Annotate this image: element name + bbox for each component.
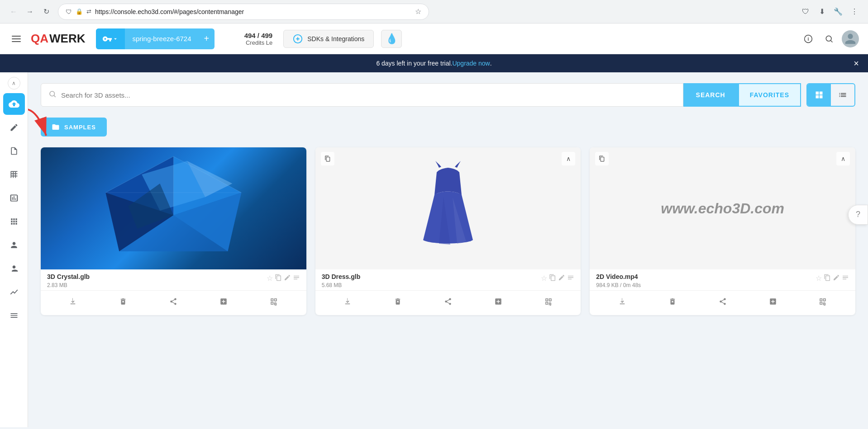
add-project-button[interactable]: + [199,33,215,44]
svg-point-3 [826,36,831,41]
download-btn-video[interactable] [615,294,630,309]
trial-banner-close-button[interactable]: × [854,58,859,69]
person-icon [10,264,19,273]
back-button[interactable]: ← [7,5,20,18]
svg-point-20 [434,193,462,197]
sidebar-item-apps[interactable] [3,211,25,232]
dress-collapse-btn[interactable]: ∧ [562,152,575,165]
asset-name-dress: 3D Dress.glb [322,273,361,280]
download-icon[interactable]: ⬇ [816,5,828,18]
sidebar-collapse-button[interactable]: ∧ [8,77,20,90]
water-drop-button[interactable]: 💧 [381,30,402,48]
asset-actions-dress [315,290,581,315]
sidebar-item-user-profile[interactable] [3,234,25,256]
sdk-integrations-button[interactable]: SDKs & Integrations [283,30,374,48]
project-name-button[interactable]: spring-breeze-6724 [125,35,198,42]
project-selector: spring-breeze-6724 + [96,28,215,49]
qr-btn-dress[interactable] [541,294,556,309]
reload-button[interactable]: ↻ [40,5,52,18]
svg-text:i: i [807,36,809,42]
star-btn-video[interactable]: ☆ [816,274,822,283]
profile-extension-icon[interactable]: 🛡 [799,5,812,18]
extensions-icon[interactable]: 🔧 [832,5,844,18]
forward-button[interactable]: → [24,5,36,18]
sidebar-item-analytics[interactable] [3,281,25,303]
sdk-label-text: SDKs & Integrations [307,35,364,42]
copy-btn-video[interactable] [824,274,831,283]
share-btn-crystal[interactable] [166,294,181,309]
sidebar-item-person[interactable] [3,258,25,279]
edit-btn-video[interactable] [833,274,840,283]
bookmark-icon[interactable]: ☆ [415,7,421,16]
asset-size-video: 984.9 KB / 0m 48s [596,282,641,288]
notes-btn-video[interactable] [842,274,849,283]
copy-btn-crystal[interactable] [275,274,282,283]
favorites-button[interactable]: FAVORITES [738,83,801,107]
search-input[interactable] [61,91,676,99]
search-button[interactable]: SEARCH [683,83,738,107]
content-area: SEARCH FAVORITES SAMPLES [28,72,868,427]
grid-view-button[interactable] [807,84,831,106]
project-key-button[interactable] [96,28,125,49]
trial-period: . [490,60,492,67]
notes-btn-dress[interactable] [567,274,574,283]
edit-btn-crystal[interactable] [284,274,291,283]
delete-btn-video[interactable] [665,294,680,309]
dress-copy-btn[interactable] [321,152,334,165]
add-btn-crystal[interactable] [216,294,231,309]
key-icon [102,34,112,44]
edit-btn-dress[interactable] [558,274,565,283]
search-header-button[interactable] [821,31,837,47]
asset-image-crystal [41,147,306,269]
asset-info-dress: 3D Dress.glb 5.68 MB [322,273,361,288]
asset-stars-video: ☆ [816,274,849,283]
sdk-icon [293,34,303,44]
notes-btn-crystal[interactable] [293,274,300,283]
avatar-button[interactable] [842,30,859,47]
share-btn-video[interactable] [715,294,730,309]
sidebar-upload-button[interactable] [3,93,25,115]
sidebar-item-document[interactable] [3,140,25,162]
hamburger-line-2 [12,38,21,39]
sidebar-item-table[interactable] [3,164,25,185]
dress-svg [403,159,493,258]
hamburger-menu-button[interactable] [9,33,24,45]
list-view-button[interactable] [831,84,854,106]
asset-size-dress: 5.68 MB [322,282,361,288]
info-button[interactable]: i [800,31,816,47]
samples-button[interactable]: SAMPLES [41,118,107,137]
download-btn-dress[interactable] [340,294,355,309]
download-btn-crystal[interactable] [66,294,80,309]
copy-btn-dress[interactable] [549,274,556,283]
share-btn-dress[interactable] [441,294,455,309]
address-bar[interactable]: 🛡 🔒 ⇄ https://console.echo3d.com/#/pages… [58,4,429,20]
sidebar-item-chart[interactable] [3,187,25,209]
sidebar-item-settings[interactable] [3,305,25,326]
credits-label: Credits Le [246,39,272,46]
delete-btn-crystal[interactable] [116,294,130,309]
project-name-text: spring-breeze-6724 [132,35,191,42]
security-icon: 🛡 [66,8,72,15]
browser-actions: 🛡 ⬇ 🔧 ⋮ [799,5,861,18]
search-input-wrapper [41,83,683,107]
star-btn-dress[interactable]: ☆ [541,274,547,283]
sidebar: ∧ [0,72,28,427]
help-button[interactable]: ? [848,205,868,225]
hamburger-line-3 [12,41,21,42]
qr-btn-crystal[interactable] [267,294,281,309]
upgrade-now-link[interactable]: Upgrade now [452,60,490,67]
video-collapse-btn[interactable]: ∧ [836,152,850,165]
folder-icon [52,123,60,131]
hamburger-line-1 [12,36,21,37]
sidebar-item-pencil[interactable] [3,117,25,138]
star-btn-1[interactable]: ☆ [267,274,273,283]
delete-btn-dress[interactable] [391,294,405,309]
video-copy-btn[interactable] [595,152,609,165]
qr-btn-video[interactable] [816,294,830,309]
add-btn-video[interactable] [766,294,780,309]
add-btn-dress[interactable] [491,294,506,309]
menu-bars-icon [10,311,19,320]
chrome-menu-icon[interactable]: ⋮ [848,5,861,18]
app-header: QA WERK spring-breeze-6724 + 494 / 499 C… [0,24,868,54]
logo: QA WERK [31,32,85,46]
